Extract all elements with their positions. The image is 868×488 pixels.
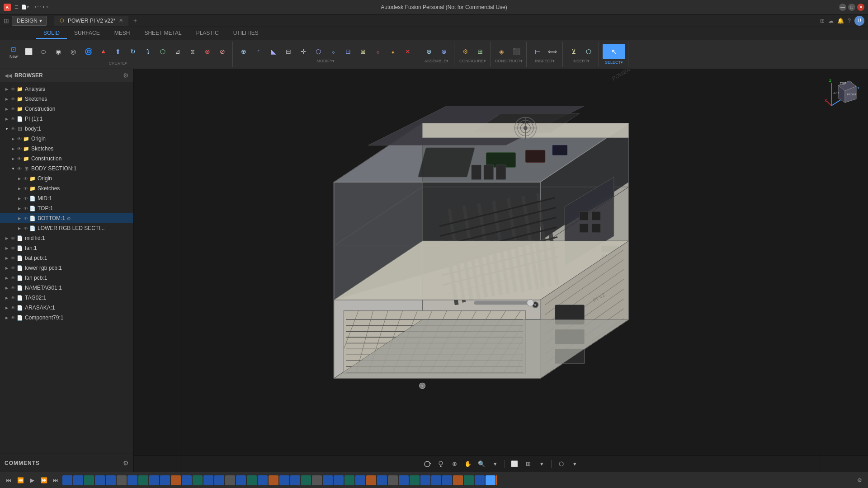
timeline-item-20[interactable] xyxy=(269,475,278,485)
timeline-item-12[interactable] xyxy=(182,475,192,485)
eye-pi11-icon[interactable]: 👁 xyxy=(10,116,16,122)
tree-bottom1[interactable]: ▶ 👁 📄 BOTTOM:1 ⊙ xyxy=(0,213,133,223)
view-cube[interactable]: TOP LEFT FRONT Y Z X xyxy=(825,76,861,113)
tree-mid1[interactable]: ▶ 👁 📄 MID:1 xyxy=(0,193,133,203)
eye-top1-icon[interactable]: 👁 xyxy=(23,205,29,211)
tab-utilities[interactable]: UTILITIES xyxy=(226,28,266,39)
timeline-start-btn[interactable]: ⏮ xyxy=(4,475,14,485)
eye-fan1-icon[interactable]: 👁 xyxy=(10,245,16,251)
online-icon[interactable]: ☁ xyxy=(828,18,834,24)
timeline-item-25[interactable] xyxy=(323,475,333,485)
tab-mesh[interactable]: MESH xyxy=(107,28,137,39)
eye-body1-icon[interactable]: 👁 xyxy=(10,126,16,132)
loft-btn[interactable]: ⬡ xyxy=(156,45,170,58)
hamburger-menu[interactable]: ☰ xyxy=(14,5,19,9)
timeline-playhead[interactable] xyxy=(496,475,497,485)
insert1-btn[interactable]: ⊻ xyxy=(566,45,581,58)
torus-btn[interactable]: ◎ xyxy=(66,45,80,58)
notification-icon[interactable]: 🔔 xyxy=(837,18,844,24)
tab-solid[interactable]: SOLID xyxy=(36,28,67,39)
as-built-joint-btn[interactable]: ⊗ xyxy=(437,45,451,58)
rib-btn[interactable]: ⊿ xyxy=(170,45,185,58)
timeline-item-9[interactable] xyxy=(149,475,159,485)
timeline-item-4[interactable] xyxy=(95,475,105,485)
tree-fan-pcb1[interactable]: ▶ 👁 📄 fan pcb:1 xyxy=(0,273,133,283)
tree-body1[interactable]: ▼ 👁 ⊞ body:1 xyxy=(0,124,133,134)
tree-lower-rgb-pcb[interactable]: ▶ 👁 📄 lower rgb pcb:1 xyxy=(0,263,133,273)
scale-btn[interactable]: ✛ xyxy=(296,45,311,58)
timeline-item-34[interactable] xyxy=(420,475,430,485)
undo-btn[interactable]: ↩ xyxy=(34,4,38,10)
orbit-btn[interactable]: ⊕ xyxy=(448,459,460,469)
tree-nametag01[interactable]: ▶ 👁 📄 NAMETAG01:1 xyxy=(0,283,133,293)
sweep-btn[interactable]: ⤵ xyxy=(141,45,155,58)
timeline-item-21[interactable] xyxy=(279,475,289,485)
timeline-item-30[interactable] xyxy=(377,475,387,485)
tree-sketches-root[interactable]: ▶ 👁 📁 Sketches xyxy=(0,94,133,104)
eye-origin1-icon[interactable]: 👁 xyxy=(16,136,23,142)
timeline-item-15[interactable] xyxy=(214,475,224,485)
camera-dropdown-btn[interactable] xyxy=(435,459,447,469)
pipe-btn[interactable]: 🔺 xyxy=(96,45,110,58)
timeline-item-38[interactable] xyxy=(464,475,474,485)
eye-lower-rgb-pcb-icon[interactable]: 👁 xyxy=(10,265,16,271)
insert2-btn[interactable]: ⬡ xyxy=(581,45,596,58)
construct2-btn[interactable]: ⬛ xyxy=(509,45,524,58)
revolve-btn[interactable]: ↻ xyxy=(126,45,140,58)
configure2-btn[interactable]: ⊞ xyxy=(473,45,487,58)
tab-sheet-metal[interactable]: SHEET METAL xyxy=(137,28,189,39)
minimize-btn[interactable]: — xyxy=(839,4,846,11)
camera-orbit-btn[interactable] xyxy=(421,459,433,469)
timeline-item-19[interactable] xyxy=(258,475,268,485)
timeline-item-29[interactable] xyxy=(366,475,376,485)
timeline-item-10[interactable] xyxy=(160,475,170,485)
timeline-item-3[interactable] xyxy=(84,475,94,485)
timeline-item-28[interactable] xyxy=(355,475,365,485)
timeline-item-23[interactable] xyxy=(301,475,311,485)
timeline-item-35[interactable] xyxy=(431,475,441,485)
timeline-item-36[interactable] xyxy=(442,475,452,485)
zoom-window-dropdown-btn[interactable]: ▾ xyxy=(489,459,501,469)
delete-btn[interactable]: ✕ xyxy=(401,45,415,58)
timeline-item-18[interactable] xyxy=(247,475,257,485)
eye-bat-pcb1-icon[interactable]: 👁 xyxy=(10,255,16,261)
combine-btn[interactable]: ⬡ xyxy=(311,45,326,58)
hole-btn[interactable]: ⊗ xyxy=(200,45,215,58)
redo-btn[interactable]: ↪ xyxy=(40,4,44,10)
timeline-item-33[interactable] xyxy=(410,475,420,485)
grid-toggle-btn[interactable]: ⊞ xyxy=(522,459,534,469)
offset-btn[interactable]: ⬦ xyxy=(326,45,340,58)
tree-analysis[interactable]: ▶ 👁 📁 Analysis xyxy=(0,84,133,94)
viewport[interactable]: .model-line { stroke: #555; stroke-width… xyxy=(134,69,868,472)
cylinder-btn[interactable]: ⬭ xyxy=(36,45,51,58)
undo-dropdown[interactable]: ▾ xyxy=(46,4,49,10)
chamfer-btn[interactable]: ◣ xyxy=(266,45,281,58)
timeline-item-37[interactable] xyxy=(453,475,463,485)
select-btn[interactable]: ↖ xyxy=(603,44,625,59)
zoom-btn[interactable]: 🔍 xyxy=(476,459,487,469)
timeline-settings-btn[interactable]: ⚙ xyxy=(854,475,864,485)
timeline-item-17[interactable] xyxy=(236,475,246,485)
interference-btn[interactable]: ⟺ xyxy=(545,45,560,58)
eye-sketches2-icon[interactable]: 👁 xyxy=(23,185,29,192)
tab-close-icon[interactable]: ✕ xyxy=(119,18,123,23)
comments-settings-icon[interactable]: ⚙ xyxy=(123,460,129,467)
tree-sketches1[interactable]: ▶ 👁 📁 Sketches xyxy=(0,144,133,154)
eye-mid-lid1-icon[interactable]: 👁 xyxy=(10,235,16,241)
timeline-item-22[interactable] xyxy=(290,475,300,485)
help-icon[interactable]: ? xyxy=(848,18,851,24)
timeline-item-13[interactable] xyxy=(193,475,203,485)
eye-lower-rgb-icon[interactable]: 👁 xyxy=(23,225,29,231)
timeline-item-26[interactable] xyxy=(334,475,344,485)
eye-component79-icon[interactable]: 👁 xyxy=(10,314,16,321)
tree-construction-root[interactable]: ▶ 👁 📁 Construction xyxy=(0,104,133,114)
new-tab-icon[interactable]: ＋ xyxy=(132,17,138,25)
timeline-prev-btn[interactable]: ⏪ xyxy=(15,475,25,485)
pan-btn[interactable]: ✋ xyxy=(462,459,474,469)
tree-tag021[interactable]: ▶ 👁 📄 TAG02:1 xyxy=(0,293,133,303)
sphere-btn[interactable]: ◉ xyxy=(51,45,66,58)
browser-settings-icon[interactable]: ⚙ xyxy=(123,72,129,79)
file-menu[interactable]: 📄▾ xyxy=(21,5,29,9)
configure-btn[interactable]: ⚙ xyxy=(458,45,472,58)
tree-origin1[interactable]: ▶ 👁 📁 Origin xyxy=(0,134,133,144)
